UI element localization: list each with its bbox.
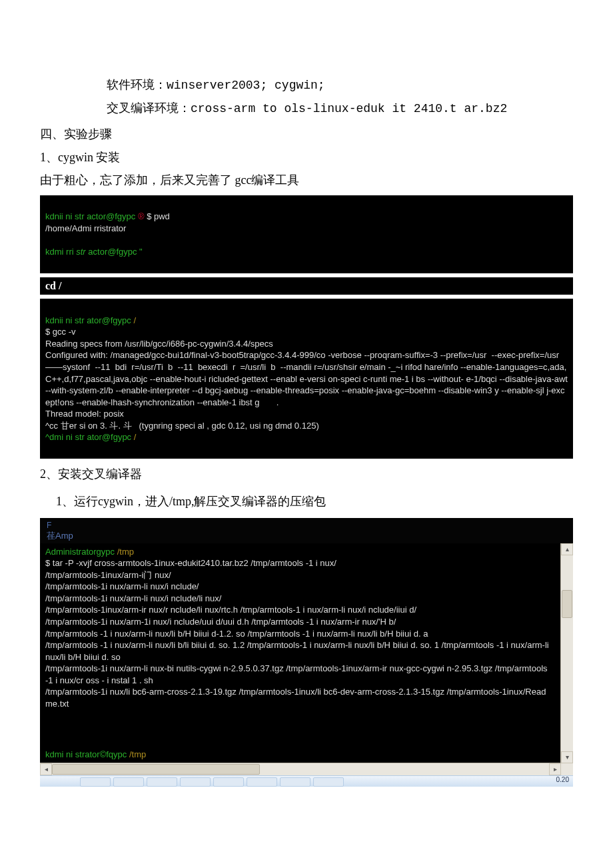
term2-line-version: ^cc 甘er si on 3. 斗. 斗 (tygnring speci al… [45,421,319,431]
term3-line: /tmp/armtools-1inux/arm-ir nux/r nclude/… [45,605,416,615]
document-page: 软件环境：winserver2003; cygwin; 交叉编译环境：cross… [0,0,613,813]
taskbar-slot[interactable] [180,777,211,787]
term2-prompt-1: kdnii ni str ator@fgypc / [45,315,136,325]
section-2-title: 2、安装交叉编译器 [40,463,573,485]
taskbar-slot[interactable] [213,777,244,787]
taskbar-slot[interactable] [313,777,344,787]
taskbar-slot[interactable] [280,777,310,787]
term1-output-1: /home/Admi rristrator [45,223,126,233]
terminal-block-3: Administratorgypc /tmp $ tar -P -xvjf cr… [40,543,573,775]
cd-command-line: cd / [40,277,573,295]
terminal-3-header-amp: 荏Amp [47,530,573,542]
term2-cmd: $ gcc -v [45,327,76,337]
term3-line: /tmp/armtools-1i nux/li bc6-arm-cross-2.… [45,687,546,709]
scroll-down-arrow-icon[interactable]: ▾ [561,751,573,763]
taskbar: 0.20 [40,775,573,787]
cross-env-label: 交叉编译环境： [107,101,191,115]
software-env-label: 软件环境： [107,78,167,91]
step-1-note: 由于粗心，忘了添加，后来又完善了 gcc编译工具 [40,169,573,191]
terminal-block-3-wrap: F 荏Amp Administratorgypc /tmp $ tar -P -… [40,518,573,787]
scroll-corner [561,763,573,775]
scroll-right-arrow-icon[interactable]: ▸ [549,763,561,775]
taskbar-slot[interactable] [80,777,111,787]
taskbar-slot[interactable] [247,777,277,787]
term3-line: /tmp/armtools -1 i nux/arm-li nux/li b/l… [45,640,549,662]
software-env-value: winserver2003; cygwin; [167,79,325,92]
term2-line-thread: Thread model: posix [45,409,124,419]
term2-line-specs: Reading specs from /usr/lib/gcc/i686-pc-… [45,339,273,349]
term1-prompt-1: kdnii ni str actor@fgypc ® $ pwd [45,211,170,221]
term3-bottom-prompt: kdmi ni strator©fqypc /tmp [45,749,146,761]
terminal-3-header-f: F [47,521,573,530]
scroll-up-arrow-icon[interactable]: ▴ [561,543,573,555]
terminal-3-header: F 荏Amp [40,518,573,543]
taskbar-time: 0.20 [556,776,569,783]
term2-prompt-2: ^dmi ni str ator@fgypc / [45,432,136,442]
term3-line: /tmp/armtools -1 i nux/arm-li nux/li b/H… [45,629,428,639]
term3-prompt: Administratorgypc /tmp [45,547,134,557]
section-4-title: 四、实验步骤 [40,123,573,145]
term2-line-configured: Configured with: /managed/gcc-bui1d/fina… [45,350,570,407]
section-2-substep: 1、运行cygwin，进入/tmp,解压交叉编译器的压缩包 [40,490,573,513]
term3-line: /tmp/armtools-1i nux/arm-li nux/i nclude… [45,593,221,603]
software-env-line: 软件环境：winserver2003; cygwin; [40,73,573,97]
term3-line: /tmp/armtools-1i nux/arm-li nux-bi nutil… [45,663,548,685]
cross-env-line: 交叉编译环境：cross-arm to ols-linux-eduk it 24… [40,97,573,120]
horizontal-scroll-thumb[interactable] [52,764,260,775]
term3-line: /tmp/armtools-1i nux/arm-1i nux/i nclude… [45,617,396,627]
terminal-3-content: Administratorgypc /tmp $ tar -P -xvjf cr… [45,546,568,710]
step-1-title: 1、cygwin 安装 [40,146,573,169]
terminal-block-2: kdnii ni str ator@fgypc / $ gcc -v Readi… [40,299,573,459]
taskbar-slot[interactable] [147,777,177,787]
terminal-block-1: kdnii ni str actor@fgypc ® $ pwd /home/A… [40,195,573,273]
vertical-scrollbar[interactable]: ▴ ▾ [560,543,573,763]
term3-line: /tmp/armtools-1i nux/arm-li nux/i nclude… [45,581,199,591]
scroll-left-arrow-icon[interactable]: ◂ [40,763,52,775]
term3-cmd: $ tar -P -xvjf cross-armtools-1inux-eduk… [45,558,336,568]
vertical-scroll-thumb[interactable] [562,590,572,618]
horizontal-scrollbar[interactable]: ◂ ▸ [40,763,561,775]
term3-line: /tmp/armtools-1inux/arm-i门 nux/ [45,570,171,580]
term1-prompt-2: kdmi rri str actor@fgypc " [45,247,143,257]
taskbar-slot[interactable] [113,777,144,787]
cross-env-value: cross-arm to ols-linux-eduk it 2410.t ar… [191,102,507,115]
